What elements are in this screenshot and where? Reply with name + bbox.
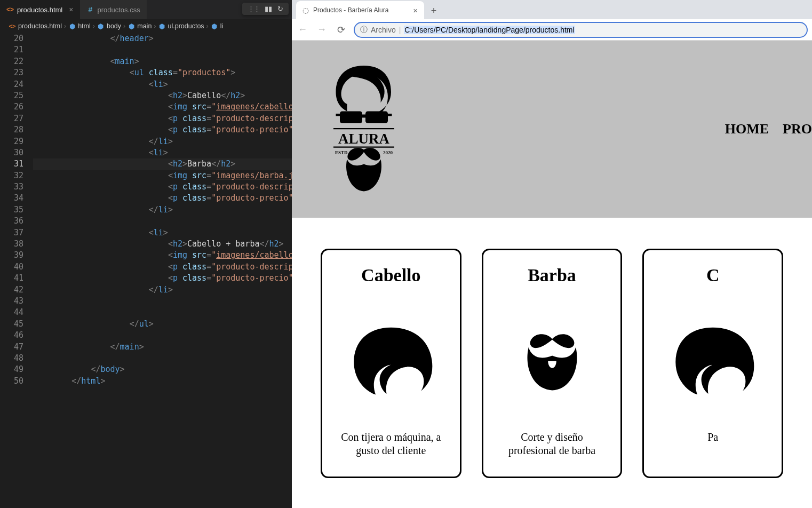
line-number: 36 [0,216,23,227]
product-description: Pa [707,431,718,444]
code-line[interactable]: </body> [33,364,292,375]
code-line[interactable]: <img src="imagenes/cabello.jpg" [33,101,292,113]
product-card: CPa [642,249,783,478]
code-line[interactable]: </li> [33,136,292,147]
logo: ALURA ESTD 2020 [308,64,420,194]
code-line[interactable]: </li> [33,204,292,216]
code-line[interactable]: <p class="producto-precio">$10.0 [33,124,292,136]
svg-rect-2 [362,115,365,118]
code-line[interactable]: </html> [33,376,292,387]
address-separator: | [399,26,401,34]
line-number: 30 [0,147,23,158]
breadcrumb-item[interactable]: productos.html [18,22,62,30]
breadcrumb-item[interactable]: li [220,22,224,30]
product-title: Cabello [361,265,420,285]
editor-tabs-row: <>productos.html×#productos.css ⋮⋮ ▮▮ ↻ [0,0,292,19]
line-number: 48 [0,353,23,364]
products-list: CabelloCon tijera o máquina, a gusto del… [292,218,812,508]
line-number: 47 [0,342,23,353]
chevron-right-icon: › [123,22,125,30]
line-number: 28 [0,124,23,136]
code-area[interactable]: 2021222324252627282930313233343536373839… [0,33,292,508]
back-button[interactable]: ← [296,24,309,35]
debug-restart-icon[interactable]: ↻ [277,5,283,13]
line-number: 37 [0,227,23,239]
product-card: CabelloCon tijera o máquina, a gusto del… [321,249,461,478]
code-line[interactable]: <li> [33,147,292,158]
editor-tab[interactable]: <>productos.html× [0,0,80,19]
code-content[interactable]: </header> <main> <ul class="productos"> … [33,33,292,508]
address-scheme: Archivo [371,26,396,34]
code-line[interactable]: </ul> [33,319,292,330]
nav-link-home[interactable]: HOME [725,121,769,137]
code-line[interactable]: <p class="producto-precio">$15.0 [33,273,292,284]
code-line[interactable]: <h2>Barba</h2> [33,158,292,170]
line-number: 49 [0,364,23,375]
code-line[interactable]: <h2>Cabello</h2> [33,90,292,101]
code-line[interactable]: <p class="producto-descripcion"> [33,181,292,193]
breadcrumb-item[interactable]: main [137,22,152,30]
svg-rect-4 [387,114,392,116]
symbol-icon: ⬢ [128,22,135,30]
close-icon[interactable]: × [413,6,418,15]
breadcrumb-item[interactable]: body [107,22,121,30]
code-line[interactable]: <p class="producto-descripcion"> [33,261,292,273]
code-line[interactable] [33,353,292,364]
code-line[interactable]: <img src="imagenes/cabello+barba [33,250,292,261]
browser-toolbar: ← → ⟳ ⓘ Archivo | C:/Users/PC/Desktop/la… [292,19,812,41]
tab-label: productos.html [17,6,62,14]
line-number: 26 [0,101,23,113]
line-number: 50 [0,376,23,387]
code-line[interactable] [33,296,292,307]
new-tab-button[interactable]: + [426,3,441,18]
html-file-icon: <> [9,22,16,30]
product-description: Corte y diseño profesional de barba [496,431,608,457]
debug-toolbar[interactable]: ⋮⋮ ▮▮ ↻ [242,3,289,15]
code-line[interactable]: <main> [33,56,292,67]
code-line[interactable]: <p class="producto-precio">$8.00 [33,193,292,204]
line-number: 39 [0,250,23,261]
svg-rect-3 [336,114,341,116]
debug-pause-icon[interactable]: ▮▮ [265,5,272,13]
html-file-icon: <> [6,6,14,13]
reload-button[interactable]: ⟳ [335,24,347,36]
code-line[interactable] [33,330,292,341]
product-image [346,318,436,403]
code-line[interactable]: <li> [33,227,292,239]
line-number: 20 [0,33,23,44]
browser-tab[interactable]: ◌ Productos - Barbería Alura × [296,1,424,19]
line-number: 21 [0,44,23,55]
code-line[interactable]: <p class="producto-descripcion"> [33,113,292,124]
debug-grip-icon[interactable]: ⋮⋮ [248,5,259,13]
breadcrumb-item[interactable]: ul.productos [168,22,204,30]
close-icon[interactable]: × [69,5,73,14]
code-line[interactable]: </li> [33,284,292,296]
code-line[interactable] [33,216,292,227]
code-line[interactable] [33,307,292,318]
breadcrumbs[interactable]: <>productos.html›⬢html›⬢body›⬢main›⬢ul.p… [0,19,292,33]
line-number: 40 [0,261,23,273]
line-number: 24 [0,79,23,90]
info-icon[interactable]: ⓘ [360,25,368,35]
code-line[interactable]: <h2>Cabello + barba</h2> [33,239,292,250]
css-file-icon: # [86,6,94,13]
line-number: 25 [0,90,23,101]
code-line[interactable]: </header> [33,33,292,44]
forward-button[interactable]: → [315,24,328,35]
code-line[interactable]: <ul class="productos"> [33,67,292,78]
line-number: 23 [0,67,23,78]
chevron-right-icon: › [64,22,66,30]
code-line[interactable]: <li> [33,79,292,90]
code-line[interactable] [33,44,292,55]
code-line[interactable]: </main> [33,342,292,353]
address-bar[interactable]: ⓘ Archivo | C:/Users/PC/Desktop/landidng… [354,22,808,38]
line-number: 42 [0,284,23,296]
line-number: 41 [0,273,23,284]
breadcrumb-item[interactable]: html [78,22,91,30]
editor-tab[interactable]: #productos.css [80,0,147,19]
symbol-icon: ⬢ [211,22,218,30]
address-url[interactable]: C:/Users/PC/Desktop/landidngPage/product… [404,26,575,34]
svg-text:ALURA: ALURA [338,131,390,147]
nav-link-products[interactable]: PRO [783,121,812,137]
code-line[interactable]: <img src="imagenes/barba.jpg" al [33,170,292,181]
